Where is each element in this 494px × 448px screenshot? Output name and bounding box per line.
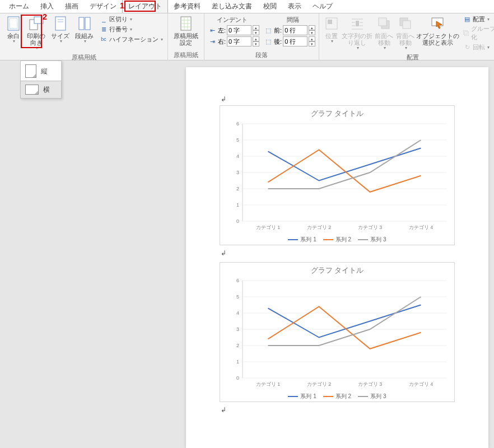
spacing-after-row: ⬚後: ▴▾ (264, 36, 315, 46)
wrap-icon (349, 16, 365, 31)
genko-button[interactable]: 原稿用紙 設定 (171, 15, 201, 47)
chart-1[interactable]: グラフ タイトル0123456カテゴリ 1カテゴリ 2カテゴリ 3カテゴリ 4系… (220, 105, 455, 245)
svg-text:6: 6 (236, 121, 239, 127)
chevron-down-icon: ▾ (129, 27, 132, 32)
size-button[interactable]: サイズ▾ (49, 15, 72, 45)
svg-text:カテゴリ 2: カテゴリ 2 (307, 381, 332, 387)
tab-8[interactable]: 表示 (282, 0, 307, 13)
group-icon: ⿻ (463, 29, 470, 38)
orientation-landscape[interactable]: 横 (20, 81, 62, 99)
selection-pane-label: オブジェクトの 選択と表示 (416, 32, 459, 46)
hyphenation-button[interactable]: bcハイフネーション▾ (98, 35, 164, 44)
svg-text:1: 1 (236, 359, 239, 365)
genko-label: 原稿用紙 設定 (174, 32, 198, 46)
svg-text:カテゴリ 1: カテゴリ 1 (256, 381, 281, 387)
tab-7[interactable]: 校閲 (258, 0, 282, 13)
indent-right-icon: ⇥ (208, 37, 217, 46)
callout-1: 1 (120, 1, 124, 10)
group-button[interactable]: ⿻グループ化▾ (462, 25, 494, 41)
svg-text:カテゴリ 3: カテゴリ 3 (358, 225, 383, 230)
backward-button[interactable]: 背面へ 移動▾ (395, 15, 416, 52)
backward-label: 背面へ 移動 (396, 32, 414, 46)
tab-2[interactable]: 描画 (59, 0, 84, 13)
spacing-before-input[interactable] (283, 25, 307, 35)
chevron-down-icon: ▾ (330, 39, 333, 44)
chevron-down-icon: ▾ (160, 37, 163, 42)
spacing-header: 間隔 (273, 16, 299, 24)
indent-left-row: ⇤左: ▴▾ (208, 25, 259, 35)
tab-1[interactable]: 挿入 (35, 0, 59, 13)
columns-button[interactable]: 段組み▾ (73, 15, 96, 45)
svg-text:3: 3 (236, 326, 239, 332)
orientation-portrait-label: 縦 (41, 67, 48, 76)
spacing-after-label: 後: (274, 38, 282, 46)
tab-3[interactable]: デザイン (84, 0, 122, 13)
tab-5[interactable]: 参考資料 (168, 0, 206, 13)
group-label-paragraph: 段落 (208, 50, 315, 60)
chevron-down-icon: ▾ (486, 45, 490, 50)
forward-icon (376, 16, 392, 31)
portrait-icon (25, 64, 36, 78)
svg-rect-3 (34, 17, 43, 24)
tab-9[interactable]: ヘルプ (307, 0, 338, 13)
position-button[interactable]: 位置▾ (323, 15, 341, 45)
chevron-down-icon: ▾ (35, 46, 38, 51)
indent-left-label: 左: (218, 26, 226, 35)
wrap-button[interactable]: 文字列の折 り返し▾ (342, 15, 372, 52)
rotate-button[interactable]: ↻回転▾ (462, 43, 494, 52)
svg-text:グラフ タイトル: グラフ タイトル (311, 109, 363, 118)
orientation-label: 印刷の 向き (27, 32, 45, 46)
margins-button[interactable]: 余白▾ (3, 15, 24, 45)
spinner[interactable]: ▴▾ (309, 36, 315, 46)
svg-rect-4 (55, 17, 66, 30)
spinner[interactable]: ▴▾ (253, 25, 259, 35)
forward-button[interactable]: 前面へ 移動▾ (374, 15, 394, 52)
paragraph-mark: ↲ (221, 95, 226, 104)
indent-right-input[interactable] (227, 36, 251, 46)
paragraph-mark: ↲ (221, 406, 226, 414)
selection-pane-button[interactable]: オブジェクトの 選択と表示 (417, 15, 458, 47)
orientation-icon (29, 16, 44, 31)
chevron-down-icon: ▾ (404, 46, 407, 51)
line-numbers-button[interactable]: ≣行番号▾ (98, 25, 164, 34)
ribbon-layout: 余白▾ 印刷の 向き▾ サイズ▾ 段組み▾ ⎯区切り▾ ≣行番号▾ bcハイフネ… (0, 13, 494, 60)
tab-4[interactable]: レイアウト (122, 0, 168, 13)
group-arrange: 位置▾ 文字列の折 り返し▾ 前面へ 移動▾ 背面へ 移動▾ オブジェクトの 選… (319, 13, 494, 60)
spacing-after-input[interactable] (283, 36, 307, 46)
tab-6[interactable]: 差し込み文書 (206, 0, 258, 13)
svg-text:5: 5 (236, 294, 239, 300)
position-icon (324, 16, 339, 31)
selection-pane-icon (430, 16, 445, 31)
forward-label: 前面へ 移動 (375, 32, 393, 46)
chevron-down-icon: ▾ (59, 39, 62, 44)
svg-rect-14 (379, 18, 386, 26)
margins-icon (6, 16, 21, 31)
breaks-label: 区切り (109, 15, 128, 24)
chart-2[interactable]: グラフ タイトル0123456カテゴリ 1カテゴリ 2カテゴリ 3カテゴリ 4系… (220, 262, 455, 402)
spinner[interactable]: ▴▾ (309, 25, 315, 35)
genko-icon (178, 16, 194, 31)
align-label: 配置 (473, 15, 485, 24)
svg-text:カテゴリ 4: カテゴリ 4 (409, 225, 434, 230)
group-genko: 原稿用紙 設定 原稿用紙 (168, 13, 204, 60)
chevron-down-icon: ▾ (486, 17, 490, 22)
svg-text:3: 3 (236, 170, 239, 175)
chevron-down-icon: ▾ (12, 39, 15, 44)
spinner[interactable]: ▴▾ (253, 36, 259, 46)
svg-text:2: 2 (236, 186, 239, 192)
line-numbers-icon: ≣ (99, 25, 108, 34)
rotate-label: 回転 (473, 43, 485, 52)
document-area: ↲ グラフ タイトル0123456カテゴリ 1カテゴリ 2カテゴリ 3カテゴリ … (0, 60, 494, 448)
spacing-after-icon: ⬚ (264, 37, 273, 46)
align-button[interactable]: ▤配置▾ (462, 15, 494, 24)
svg-rect-8 (85, 17, 90, 30)
group-label: グループ化 (471, 25, 494, 41)
breaks-button[interactable]: ⎯区切り▾ (98, 15, 164, 24)
orientation-portrait[interactable]: 縦 (21, 61, 61, 81)
spacing-before-label: 前: (274, 26, 282, 35)
svg-text:カテゴリ 1: カテゴリ 1 (256, 225, 281, 230)
indent-left-input[interactable] (227, 25, 251, 35)
group-page-setup: 余白▾ 印刷の 向き▾ サイズ▾ 段組み▾ ⎯区切り▾ ≣行番号▾ bcハイフネ… (0, 13, 168, 60)
callout-2: 2 (43, 12, 47, 21)
tab-0[interactable]: ホーム (3, 0, 35, 13)
